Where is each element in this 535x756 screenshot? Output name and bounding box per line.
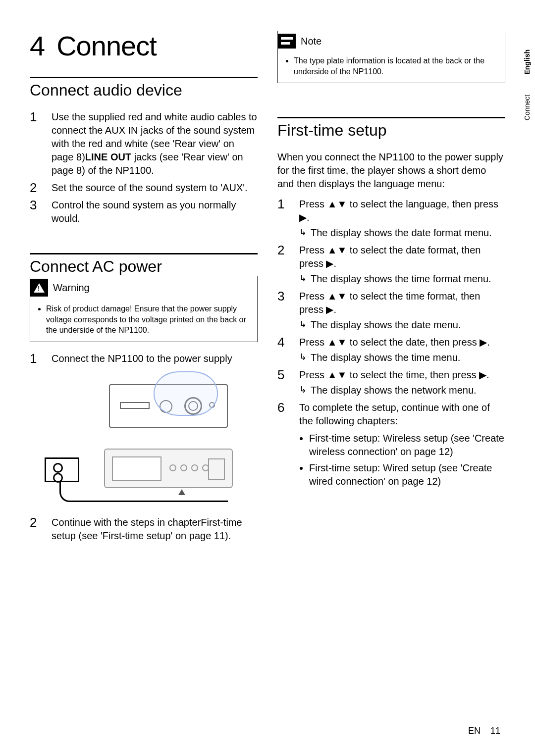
bullet-item: First-time setup: Wired setup (see 'Crea… [309,461,505,488]
step-text: Press ▲▼ to select the language, then pr… [299,198,505,224]
step-number: 2 [277,244,299,256]
step-body: Press ▲▼ to select the language, then pr… [299,198,505,240]
warning-label: Warning [53,282,90,294]
footer-page-number: 11 [490,726,500,736]
step-number: 5 [277,368,299,381]
step-body: Press ▲▼ to select the date, then press … [299,336,490,364]
jack-highlight [154,371,218,416]
right-column: Note The type plate information is locat… [277,30,505,547]
step-body: Press ▲▼ to select the time, then press … [299,368,489,397]
result-arrow-icon: ↳ [299,272,307,286]
warning-text: Risk of product damage! Ensure that the … [46,303,250,336]
step-number: 2 [30,516,52,529]
step-number: 1 [277,198,299,210]
heading-connect-audio: Connect audio device [30,81,258,100]
step-result: The display shows the time menu. [311,351,460,364]
step-result: The display shows the date format menu. [311,226,492,240]
first-time-intro: When you connect the NP1100 to the power… [277,151,505,191]
rule [30,253,258,254]
chapter-title: 4Connect [30,30,258,62]
heading-first-time-setup: First-time setup [277,121,505,140]
step-text: Press ▲▼ to select the date, then press … [299,336,490,349]
step-result: The display shows the date menu. [311,318,461,332]
wall-plug-illustration [45,457,79,482]
left-column: 4Connect Connect audio device 1 Use the … [30,30,258,547]
page-footer: EN 11 [468,726,500,736]
side-tabs: English Connect [523,50,531,120]
side-tab-section: Connect [523,95,531,120]
step-body: Press ▲▼ to select the date format, then… [299,244,505,286]
step-number: 4 [277,336,299,349]
step-number: 1 [30,110,52,123]
heading-connect-ac: Connect AC power [30,257,258,276]
first-time-steps: 1 Press ▲▼ to select the language, then … [277,198,505,428]
note-body: The type plate information is located at… [278,51,505,83]
cable-illustration [59,482,228,502]
step-text: To complete the setup, continue with one… [299,401,505,428]
step-result: The display shows the time format menu. [311,272,491,286]
step-text: Press ▲▼ to select the date format, then… [299,244,505,270]
result-arrow-icon: ↳ [299,351,307,364]
step-text: Continue with the steps in chapterFirst-… [52,516,258,543]
step-text: Press ▲▼ to select the time, then press … [299,368,489,382]
step-body: To complete the setup, continue with one… [299,401,505,428]
note-icon [278,34,296,49]
connect-audio-steps: 1 Use the supplied red and white audio c… [30,110,258,225]
result-arrow-icon: ↳ [299,318,307,332]
warning-callout: Warning Risk of product damage! Ensure t… [30,276,258,342]
step-text: Press ▲▼ to select the time format, then… [299,290,505,316]
step-number: 2 [30,181,52,194]
bullet-item: First-time setup: Wireless setup (see 'C… [309,432,505,458]
step-result: The display shows the network menu. [311,384,477,397]
step-text: Control the sound system as you normally… [52,199,258,225]
first-time-bullets: First-time setup: Wireless setup (see 'C… [277,432,505,488]
rule [30,77,258,78]
step-number: 3 [277,290,299,302]
side-tab-language: English [523,50,531,75]
chapter-title-text: Connect [56,30,157,61]
step-number: 1 [30,352,52,365]
step-text: Use the supplied red and white audio cab… [52,110,258,177]
note-callout: Note The type plate information is locat… [277,31,505,83]
note-text: The type plate information is located at… [294,55,498,77]
rule [277,117,505,118]
step-number: 3 [30,199,52,211]
step-body: Press ▲▼ to select the time format, then… [299,290,505,332]
result-arrow-icon: ↳ [299,226,307,240]
warning-icon [30,279,48,297]
step-text: Set the source of the sound system to 'A… [52,181,248,195]
footer-language: EN [468,726,481,736]
result-arrow-icon: ↳ [299,384,307,397]
step-text: Connect the NP1100 to the power supply [52,352,232,365]
note-label: Note [301,36,321,47]
connect-ac-steps: 1 Connect the NP1100 to the power supply [30,352,258,365]
connect-ac-steps-cont: 2 Continue with the steps in chapterFirs… [30,516,258,543]
warning-body: Risk of product damage! Ensure that the … [30,300,257,342]
step-number: 6 [277,401,299,414]
chapter-number: 4 [30,30,45,61]
power-connection-diagram [30,374,258,503]
